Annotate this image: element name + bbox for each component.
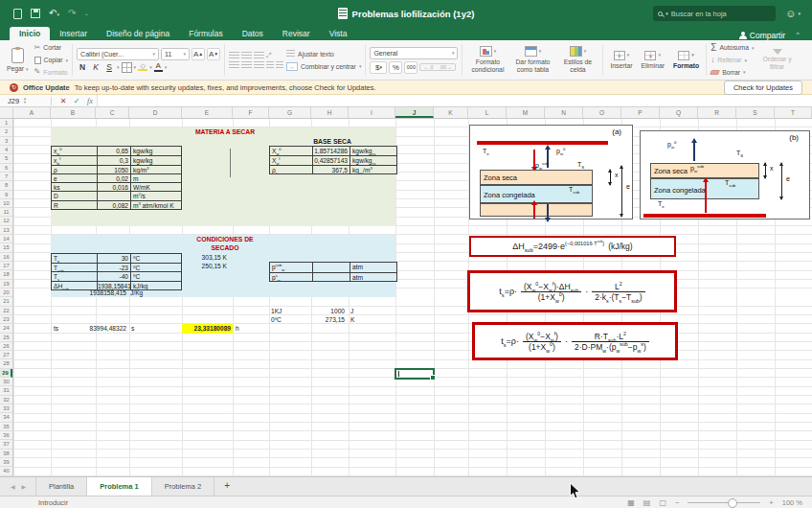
cell-label[interactable]: Xwf xyxy=(270,156,312,164)
copy-button[interactable]: Copiar ▾ xyxy=(34,55,69,66)
column-header[interactable]: D xyxy=(129,107,182,118)
cell-value[interactable]: -23 xyxy=(97,264,130,271)
format-cells-button[interactable]: ▾ Formato xyxy=(670,42,702,78)
cell-value[interactable]: 0,42857143 xyxy=(312,156,350,164)
row-header[interactable]: 25 xyxy=(0,334,12,342)
row-header[interactable]: 22 xyxy=(0,307,12,315)
cell-value[interactable]: -40 xyxy=(97,272,130,280)
column-header[interactable]: G xyxy=(269,107,311,118)
cell-label[interactable]: Ts xyxy=(52,272,97,280)
row-header[interactable]: 5 xyxy=(0,154,12,163)
row-header[interactable]: 28 xyxy=(0,359,12,368)
row-header[interactable]: 27 xyxy=(0,351,12,359)
font-color-icon[interactable]: A xyxy=(154,62,163,72)
confirm-entry-icon[interactable]: ✓ xyxy=(70,97,83,105)
column-header[interactable]: M xyxy=(507,107,545,118)
column-header[interactable]: S xyxy=(736,107,775,118)
fill-color-icon[interactable]: ◇ xyxy=(138,63,147,71)
row-header[interactable]: 1 xyxy=(0,119,12,127)
thousands-format-button[interactable]: 000 xyxy=(404,61,417,74)
save-icon[interactable] xyxy=(31,9,40,18)
column-header[interactable]: C xyxy=(96,107,129,118)
materia-title[interactable]: MATERIA A SECAR xyxy=(182,127,268,136)
zoom-out-icon[interactable]: − xyxy=(675,498,679,507)
cell-value[interactable] xyxy=(312,263,350,271)
cell-value[interactable] xyxy=(97,192,130,199)
row-header[interactable]: 23 xyxy=(0,315,12,324)
row-header[interactable]: 32 xyxy=(0,396,12,404)
cell-value[interactable]: 30 xyxy=(97,254,130,263)
increase-decimal-icon[interactable]: ←.0 xyxy=(420,64,436,70)
row-header[interactable]: 18 xyxy=(0,270,12,279)
cell-unit[interactable]: kgw/kgss xyxy=(350,156,396,164)
row-header[interactable]: 31 xyxy=(0,386,12,395)
autosum-button[interactable]: ΣAutosuma ▾ xyxy=(710,42,754,54)
page-layout-view-icon[interactable]: ▤ xyxy=(643,498,651,507)
cancel-entry-icon[interactable]: ✕ xyxy=(56,97,70,105)
orientation-icon[interactable]: ⤢ xyxy=(266,52,272,59)
name-box-stepper[interactable]: ▲▼ xyxy=(23,97,27,104)
search-scope-caret-icon[interactable]: ▾ xyxy=(665,11,668,16)
cell-unit[interactable]: kgw/kgss xyxy=(350,147,396,155)
bold-button[interactable]: N xyxy=(77,62,88,72)
row-header[interactable]: 19 xyxy=(0,280,12,289)
cell-value[interactable] xyxy=(312,273,350,281)
select-all-corner[interactable] xyxy=(0,107,13,118)
row-header[interactable]: 29 xyxy=(0,369,12,378)
collapse-ribbon-icon[interactable]: ⌃ xyxy=(795,32,801,39)
zoom-in-icon[interactable]: + xyxy=(769,498,773,507)
number-format-select[interactable]: General▾ xyxy=(370,47,458,59)
cell-unit[interactable]: ºC xyxy=(130,272,181,280)
row-header[interactable]: 38 xyxy=(0,450,12,458)
cell-label[interactable]: Tsub xyxy=(52,264,97,271)
format-as-table-button[interactable]: ▾ Dar formato como tabla xyxy=(511,42,553,78)
cell-value[interactable]: 0,016 xyxy=(97,183,130,191)
cell-label[interactable]: 1KJ xyxy=(269,307,311,315)
underline-button[interactable]: S xyxy=(103,62,115,72)
cell-label[interactable]: xwf xyxy=(52,156,97,164)
row-header[interactable]: 7 xyxy=(0,173,12,181)
cell-unit[interactable]: kgss/m3 xyxy=(350,166,396,173)
ts-hours-unit[interactable]: h xyxy=(236,324,239,333)
cell-value[interactable]: 0,02 xyxy=(97,174,130,182)
tab-insertar[interactable]: Insertar xyxy=(50,27,97,40)
merge-center-button[interactable]: ↔Combinar y centrar ▾ xyxy=(286,60,361,72)
row-header[interactable]: 16 xyxy=(0,253,12,262)
underline-caret-icon[interactable]: ▾ xyxy=(117,64,120,70)
row-header[interactable]: 8 xyxy=(0,181,12,190)
customize-toolbar-icon[interactable]: ⌄ xyxy=(84,11,88,16)
conditional-format-button[interactable]: ▾ Formato condicional xyxy=(466,42,508,78)
grow-font-button[interactable]: A▲ xyxy=(192,48,205,60)
column-header[interactable]: T xyxy=(775,107,812,118)
name-box[interactable]: J29 ▲▼ xyxy=(0,97,46,105)
page-break-view-icon[interactable]: ▢ xyxy=(659,498,666,507)
column-header[interactable]: I xyxy=(349,107,395,118)
cell-value[interactable]: 0,65 xyxy=(97,147,130,155)
row-header[interactable]: 12 xyxy=(0,217,12,225)
clear-button[interactable]: Borrar ▾ xyxy=(710,66,754,78)
paste-button[interactable]: Pegar ▾ xyxy=(4,42,32,78)
zoom-level[interactable]: 100 % xyxy=(782,498,802,507)
cell-label[interactable]: Te xyxy=(52,254,97,263)
borders-icon[interactable] xyxy=(122,62,132,73)
shrink-font-button[interactable]: A▼ xyxy=(207,48,220,60)
indent-decrease-icon[interactable] xyxy=(266,61,274,69)
column-header[interactable]: H xyxy=(311,107,349,118)
format-painter-button[interactable]: ✎Formato xyxy=(34,66,69,78)
row-header[interactable]: 15 xyxy=(0,243,12,252)
row-header[interactable]: 37 xyxy=(0,440,12,449)
cell-unit[interactable]: kg/m3 xyxy=(130,166,181,173)
cut-button[interactable]: ✂Cortar xyxy=(34,42,69,54)
selected-cell-j29[interactable] xyxy=(395,368,435,380)
row-header[interactable]: 24 xyxy=(0,324,12,333)
column-header[interactable]: A xyxy=(13,107,51,118)
cell-unit[interactable]: K xyxy=(349,315,395,324)
row-header[interactable]: 10 xyxy=(0,199,12,208)
align-middle-icon[interactable] xyxy=(241,52,252,59)
cell-unit[interactable]: W/mK xyxy=(130,183,181,191)
cell-unit[interactable]: m2/s xyxy=(130,192,181,199)
column-header[interactable]: B xyxy=(51,107,96,118)
row-header[interactable]: 17 xyxy=(0,262,12,270)
row-header[interactable]: 34 xyxy=(0,413,12,422)
sheet-grid[interactable]: MATERIA A SECAR xw0 0,65 kgw/kg xwf 0,3 … xyxy=(0,119,812,476)
